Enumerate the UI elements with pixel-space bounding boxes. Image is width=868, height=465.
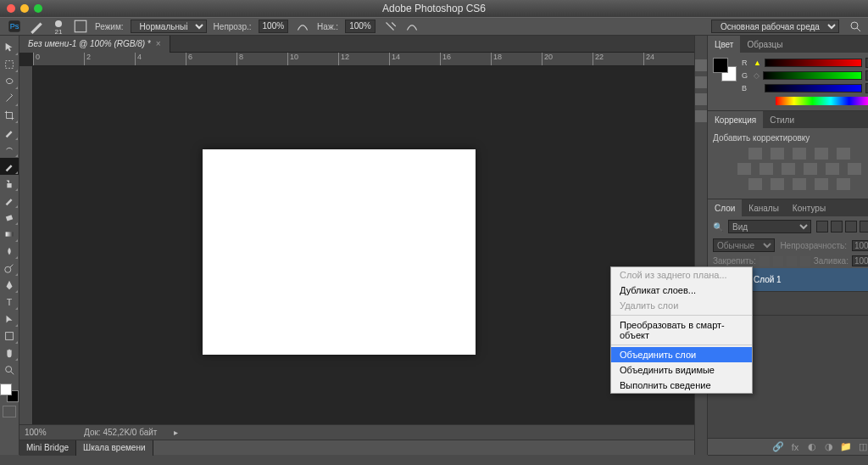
mini-bridge-tab[interactable]: Mini Bridge bbox=[19, 440, 76, 456]
g-slider[interactable] bbox=[763, 71, 862, 80]
swatches-tab[interactable]: Образцы bbox=[740, 36, 789, 53]
color-panel-swatches[interactable] bbox=[713, 58, 737, 81]
timeline-tab[interactable]: Шкала времени bbox=[76, 440, 153, 456]
zoom-field[interactable]: 100% bbox=[25, 428, 67, 437]
layer-style-icon[interactable]: fx bbox=[789, 441, 801, 453]
ruler-vertical[interactable] bbox=[19, 66, 33, 424]
doc-info[interactable]: Док: 452,2K/0 байт bbox=[84, 428, 157, 437]
close-tab-icon[interactable]: × bbox=[156, 39, 161, 48]
menu-item[interactable]: Преобразовать в смарт-объект bbox=[611, 317, 752, 343]
color-swatches[interactable] bbox=[0, 384, 19, 402]
lock-position-icon[interactable] bbox=[787, 256, 797, 266]
foreground-color[interactable] bbox=[0, 384, 12, 395]
channels-tab[interactable]: Каналы bbox=[742, 199, 786, 216]
brush-tool[interactable] bbox=[0, 158, 19, 175]
workspace-select[interactable]: Основная рабочая среда bbox=[711, 20, 839, 33]
pressure-size-icon[interactable] bbox=[404, 19, 420, 34]
brightness-icon[interactable] bbox=[748, 148, 762, 160]
collapsed-panel-icon[interactable] bbox=[695, 59, 707, 71]
paths-tab[interactable]: Контуры bbox=[786, 199, 832, 216]
shape-tool[interactable] bbox=[0, 328, 19, 345]
layer-opacity-value[interactable]: 100% bbox=[852, 240, 868, 251]
move-tool[interactable] bbox=[0, 39, 19, 56]
eraser-tool[interactable] bbox=[0, 209, 19, 226]
posterize-icon[interactable] bbox=[771, 178, 784, 190]
collapsed-panel-icon[interactable] bbox=[695, 76, 707, 88]
color-balance-icon[interactable] bbox=[760, 163, 773, 175]
gradient-map-icon[interactable] bbox=[837, 178, 850, 190]
blend-mode-select[interactable]: Обычные bbox=[713, 238, 775, 252]
zoom-tool[interactable] bbox=[0, 361, 19, 378]
hue-icon[interactable] bbox=[737, 163, 751, 175]
color-tab[interactable]: Цвет bbox=[708, 36, 740, 53]
document-canvas[interactable] bbox=[203, 149, 476, 355]
opacity-field[interactable]: 100% bbox=[259, 20, 289, 33]
dodge-tool[interactable] bbox=[0, 260, 19, 277]
tool-preset-icon[interactable] bbox=[29, 19, 44, 34]
document-tab[interactable]: Без имени-1 @ 100% (RGB/8) * × bbox=[19, 36, 170, 53]
filter-image-icon[interactable] bbox=[816, 221, 828, 232]
menu-item[interactable]: Выполнить сведение bbox=[611, 378, 752, 393]
layers-tab[interactable]: Слои bbox=[708, 199, 742, 216]
flow-field[interactable]: 100% bbox=[345, 20, 376, 33]
hand-tool[interactable] bbox=[0, 345, 19, 361]
link-layers-icon[interactable]: 🔗 bbox=[772, 441, 784, 453]
adjustment-layer-icon[interactable]: ◑ bbox=[823, 441, 835, 453]
filter-type-icon[interactable] bbox=[845, 221, 857, 232]
filter-kind-icon[interactable]: 🔍 bbox=[713, 222, 723, 232]
crop-tool[interactable] bbox=[0, 107, 19, 124]
menu-item[interactable]: Объединить слои bbox=[611, 347, 752, 362]
bw-icon[interactable] bbox=[782, 163, 795, 175]
filter-adjust-icon[interactable] bbox=[831, 221, 843, 232]
gradient-tool[interactable] bbox=[0, 226, 19, 243]
filter-shape-icon[interactable] bbox=[860, 221, 868, 232]
blend-mode-select[interactable]: Нормальный bbox=[131, 20, 207, 33]
airbrush-icon[interactable] bbox=[382, 19, 398, 34]
ps-logo-icon[interactable]: Ps bbox=[7, 19, 22, 34]
search-icon[interactable] bbox=[849, 20, 861, 32]
quick-mask-toggle[interactable] bbox=[3, 406, 16, 417]
marquee-tool[interactable] bbox=[0, 56, 19, 73]
canvas-viewport[interactable] bbox=[33, 66, 694, 424]
selective-color-icon[interactable] bbox=[815, 178, 828, 190]
close-window-button[interactable] bbox=[7, 4, 15, 13]
minimize-window-button[interactable] bbox=[20, 4, 29, 13]
brush-preset-picker[interactable]: 21 bbox=[51, 19, 66, 34]
ruler-horizontal[interactable]: 024681012141618202224 bbox=[33, 53, 694, 66]
clone-stamp-tool[interactable] bbox=[0, 175, 19, 192]
lock-pixels-icon[interactable] bbox=[773, 256, 783, 266]
collapsed-panel-icon[interactable] bbox=[695, 110, 707, 122]
lasso-tool[interactable] bbox=[0, 73, 19, 90]
styles-tab[interactable]: Стили bbox=[763, 111, 801, 128]
adjustments-tab[interactable]: Коррекция bbox=[708, 111, 763, 128]
layer-name[interactable]: Слой 1 bbox=[754, 275, 782, 284]
pen-tool[interactable] bbox=[0, 277, 19, 294]
photo-filter-icon[interactable] bbox=[804, 163, 817, 175]
fill-value[interactable]: 100% bbox=[852, 255, 868, 266]
layer-mask-icon[interactable]: ◐ bbox=[806, 441, 818, 453]
eyedropper-tool[interactable] bbox=[0, 124, 19, 141]
zoom-window-button[interactable] bbox=[34, 4, 42, 13]
lock-all-icon[interactable] bbox=[800, 256, 810, 266]
levels-icon[interactable] bbox=[771, 148, 784, 160]
exposure-icon[interactable] bbox=[815, 148, 828, 160]
channel-mixer-icon[interactable] bbox=[826, 163, 839, 175]
layer-filter-select[interactable]: Вид bbox=[728, 220, 811, 233]
brush-panel-icon[interactable] bbox=[73, 19, 88, 34]
invert-icon[interactable] bbox=[748, 178, 762, 190]
collapsed-panel-icon[interactable] bbox=[695, 93, 707, 105]
healing-brush-tool[interactable] bbox=[0, 141, 19, 158]
r-slider[interactable] bbox=[765, 59, 862, 67]
threshold-icon[interactable] bbox=[793, 178, 806, 190]
new-layer-icon[interactable]: ◫ bbox=[857, 441, 868, 453]
type-tool[interactable]: T bbox=[0, 294, 19, 311]
color-lookup-icon[interactable] bbox=[848, 163, 861, 175]
blur-tool[interactable] bbox=[0, 243, 19, 260]
lock-transparency-icon[interactable] bbox=[760, 256, 770, 266]
vibrance-icon[interactable] bbox=[837, 148, 850, 160]
curves-icon[interactable] bbox=[793, 148, 806, 160]
menu-item[interactable]: Объединить видимые bbox=[611, 362, 752, 378]
layer-group-icon[interactable]: 📁 bbox=[840, 441, 852, 453]
magic-wand-tool[interactable] bbox=[0, 90, 19, 107]
path-selection-tool[interactable] bbox=[0, 311, 19, 328]
